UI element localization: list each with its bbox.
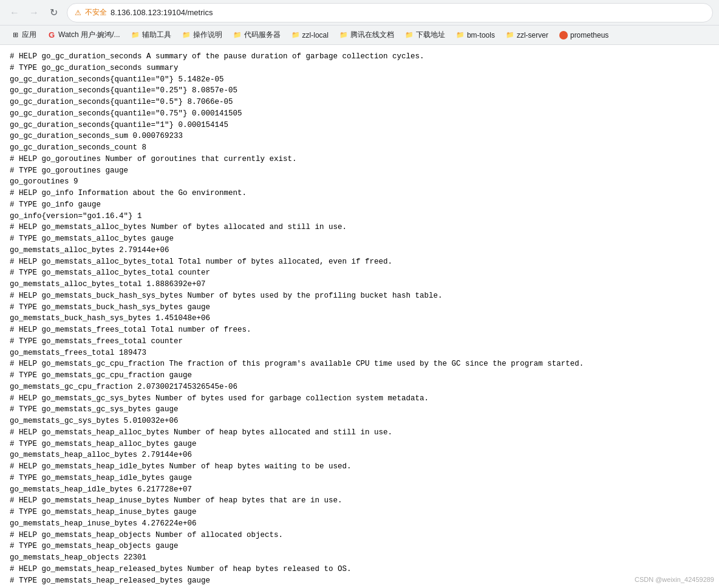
metrics-line: # TYPE go_memstats_heap_alloc_bytes gaug… <box>10 439 709 450</box>
metrics-line: go_gc_duration_seconds{quantile="0"} 5.1… <box>10 74 709 86</box>
metrics-line: go_gc_duration_seconds{quantile="0.75"} … <box>10 108 709 120</box>
folder-icon-code-server: 📁 <box>233 31 242 39</box>
bookmark-tencent-docs[interactable]: 📁 腾讯在线文档 <box>335 28 399 42</box>
bookmark-prometheus[interactable]: prometheus <box>554 29 613 41</box>
bookmark-bm-tools[interactable]: 📁 bm-tools <box>451 29 500 41</box>
metrics-line: go_gc_duration_seconds{quantile="0.5"} 8… <box>10 97 709 108</box>
bookmark-apps-label: 应用 <box>22 30 36 40</box>
bookmark-apps[interactable]: ⊞ 应用 <box>6 28 41 42</box>
metrics-line: go_gc_duration_seconds{quantile="1"} 0.0… <box>10 120 709 131</box>
folder-icon-tencent-docs: 📁 <box>339 31 348 39</box>
metrics-line: # TYPE go_memstats_alloc_bytes_total cou… <box>10 267 709 279</box>
metrics-line: go_memstats_heap_alloc_bytes 2.79144e+06 <box>10 450 709 461</box>
metrics-line: go_gc_duration_seconds_count 8 <box>10 142 709 154</box>
bookmark-bm-tools-label: bm-tools <box>467 31 495 39</box>
metrics-line: go_memstats_gc_cpu_fraction 2.0730021745… <box>10 381 709 393</box>
metrics-line: # TYPE go_memstats_heap_inuse_bytes gaug… <box>10 507 709 518</box>
metrics-line: # HELP go_memstats_alloc_bytes_total Tot… <box>10 256 709 268</box>
metrics-line: go_memstats_alloc_bytes_total 1.8886392e… <box>10 279 709 290</box>
metrics-line: # HELP go_memstats_alloc_bytes Number of… <box>10 222 709 233</box>
metrics-line: # HELP go_memstats_heap_alloc_bytes Numb… <box>10 427 709 439</box>
address-bar[interactable]: ⚠ 不安全 8.136.108.123:19104/metrics <box>67 3 713 22</box>
apps-icon: ⊞ <box>11 31 19 39</box>
bookmark-zzl-server[interactable]: 📁 zzl-server <box>501 29 553 41</box>
metrics-line: # HELP go_info Information about the Go … <box>10 188 709 199</box>
metrics-line: # HELP go_memstats_gc_sys_bytes Number o… <box>10 393 709 405</box>
security-warning-icon: ⚠ <box>75 9 81 17</box>
metrics-line: go_memstats_heap_inuse_bytes 4.276224e+0… <box>10 518 709 530</box>
metrics-line: # TYPE go_gc_duration_seconds summary <box>10 63 709 74</box>
metrics-line: go_goroutines 9 <box>10 176 709 188</box>
folder-icon-zzl-local: 📁 <box>291 31 300 39</box>
security-warning-text: 不安全 <box>85 7 107 18</box>
bookmark-zzl-server-label: zzl-server <box>517 31 548 39</box>
forward-button[interactable]: → <box>26 4 43 21</box>
metrics-line: go_info{version="go1.16.4"} 1 <box>10 211 709 222</box>
metrics-line: go_memstats_alloc_bytes 2.79144e+06 <box>10 245 709 256</box>
back-button[interactable]: ← <box>6 4 23 21</box>
metrics-line: # TYPE go_memstats_gc_sys_bytes gauge <box>10 404 709 415</box>
watermark: CSDN @weixin_42459289 <box>635 576 714 583</box>
bookmark-download[interactable]: 📁 下载地址 <box>400 28 450 42</box>
url-text: 8.136.108.123:19104/metrics <box>111 8 213 17</box>
metrics-line: # TYPE go_memstats_buck_hash_sys_bytes g… <box>10 302 709 313</box>
metrics-line: # HELP go_gc_duration_seconds A summary … <box>10 51 709 63</box>
metrics-line: go_memstats_heap_objects 22301 <box>10 552 709 564</box>
metrics-line: # TYPE go_memstats_gc_cpu_fraction gauge <box>10 370 709 381</box>
bookmark-prometheus-label: prometheus <box>570 31 608 39</box>
metrics-line: # TYPE go_info gauge <box>10 199 709 211</box>
metrics-line: # TYPE go_memstats_heap_objects gauge <box>10 541 709 552</box>
metrics-line: go_memstats_frees_total 189473 <box>10 347 709 359</box>
bookmark-code-server[interactable]: 📁 代码服务器 <box>228 28 285 42</box>
metrics-line: go_gc_duration_seconds{quantile="0.25"} … <box>10 85 709 97</box>
metrics-line: # HELP go_memstats_heap_idle_bytes Numbe… <box>10 461 709 473</box>
bookmark-tencent-docs-label: 腾讯在线文档 <box>350 30 394 40</box>
prometheus-icon <box>559 31 568 39</box>
nav-buttons: ← → ↻ <box>6 4 62 21</box>
metrics-content: # HELP go_gc_duration_seconds A summary … <box>0 45 719 588</box>
bookmark-download-label: 下载地址 <box>416 30 445 40</box>
bookmark-code-server-label: 代码服务器 <box>244 30 281 40</box>
metrics-line: # HELP go_memstats_heap_released_bytes N… <box>10 564 709 575</box>
metrics-line: go_gc_duration_seconds_sum 0.000769233 <box>10 131 709 142</box>
metrics-line: # TYPE go_memstats_frees_total counter <box>10 336 709 347</box>
folder-icon-zzl-server: 📁 <box>506 31 514 39</box>
metrics-line: # HELP go_memstats_buck_hash_sys_bytes N… <box>10 290 709 302</box>
reload-button[interactable]: ↻ <box>45 4 62 21</box>
metrics-line: # TYPE go_memstats_heap_released_bytes g… <box>10 575 709 587</box>
metrics-line: go_memstats_gc_sys_bytes 5.010032e+06 <box>10 415 709 427</box>
bookmark-auxiliary-label: 辅助工具 <box>142 30 171 40</box>
folder-icon-download: 📁 <box>405 31 414 39</box>
bookmark-auxiliary[interactable]: 📁 辅助工具 <box>126 28 176 42</box>
folder-icon-bm-tools: 📁 <box>456 31 465 39</box>
folder-icon-manual: 📁 <box>182 31 191 39</box>
metrics-line: # TYPE go_memstats_heap_idle_bytes gauge <box>10 473 709 484</box>
metrics-line: # HELP go_memstats_frees_total Total num… <box>10 324 709 336</box>
bookmark-manual[interactable]: 📁 操作说明 <box>177 28 227 42</box>
metrics-line: # HELP go_memstats_heap_objects Number o… <box>10 530 709 541</box>
browser-bar: ← → ↻ ⚠ 不安全 8.136.108.123:19104/metrics <box>0 0 719 26</box>
bookmarks-bar: ⊞ 应用 G Watch 用户·婉鸿/... 📁 辅助工具 📁 操作说明 📁 代… <box>0 26 719 45</box>
metrics-line: # TYPE go_memstats_alloc_bytes gauge <box>10 233 709 245</box>
bookmark-zzl-local-label: zzl-local <box>302 31 329 39</box>
metrics-line: # TYPE go_goroutines gauge <box>10 165 709 177</box>
metrics-line: # HELP go_memstats_heap_inuse_bytes Numb… <box>10 495 709 507</box>
watch-brand-icon: G <box>47 31 56 39</box>
metrics-line: # HELP go_goroutines Number of goroutine… <box>10 154 709 165</box>
bookmark-watch-label: Watch 用户·婉鸿/... <box>58 30 120 40</box>
metrics-line: # HELP go_memstats_gc_cpu_fraction The f… <box>10 358 709 370</box>
metrics-line: go_memstats_buck_hash_sys_bytes 1.451048… <box>10 313 709 324</box>
metrics-line: go_memstats_heap_idle_bytes 6.217728e+07 <box>10 484 709 496</box>
bookmark-manual-label: 操作说明 <box>193 30 222 40</box>
bookmark-zzl-local[interactable]: 📁 zzl-local <box>287 29 333 41</box>
folder-icon-auxiliary: 📁 <box>131 31 140 39</box>
bookmark-watch[interactable]: G Watch 用户·婉鸿/... <box>43 28 125 42</box>
